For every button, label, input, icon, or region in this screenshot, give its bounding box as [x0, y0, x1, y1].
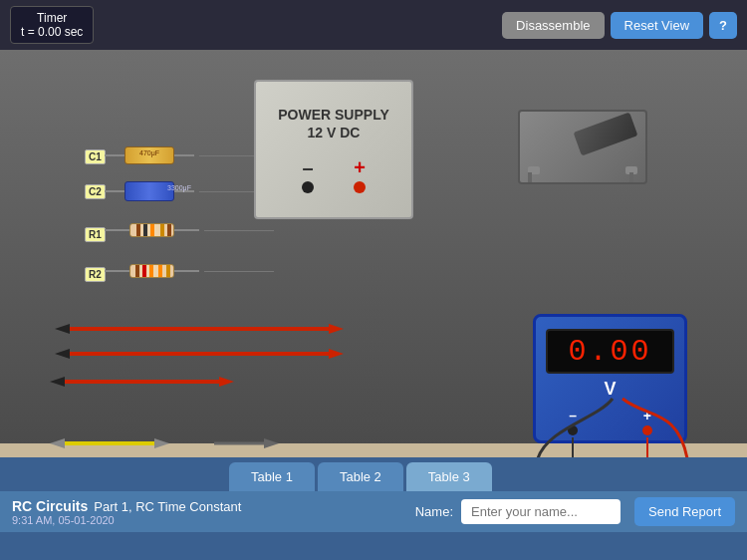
- help-button[interactable]: ?: [709, 12, 737, 39]
- switch-post-right: [629, 172, 633, 182]
- switch-post-left: [528, 172, 532, 182]
- power-supply: POWER SUPPLY 12 V DC – +: [254, 80, 413, 219]
- r1-component[interactable]: [105, 223, 274, 237]
- r2-wire: [204, 271, 274, 272]
- terminal-negative: –: [302, 156, 314, 193]
- lab-title: RC Circuits: [12, 498, 88, 514]
- tab-table1[interactable]: Table 1: [229, 462, 315, 491]
- info-bar: RC Circuits Part 1, RC Time Constant 9:3…: [0, 491, 747, 532]
- r2-lead-right: [174, 270, 199, 272]
- svg-marker-5: [329, 349, 344, 359]
- r1-body: [129, 223, 174, 237]
- power-supply-title: POWER SUPPLY 12 V DC: [278, 106, 389, 141]
- svg-marker-1: [55, 324, 70, 334]
- r2-body: [129, 264, 174, 278]
- lab-area: C1 C2 R1 R2 470μF 3300μF: [0, 50, 747, 458]
- info-left: RC Circuits Part 1, RC Time Constant 9:3…: [12, 498, 241, 526]
- bottom-area: Table 1 Table 2 Table 3 RC Circuits Part…: [0, 457, 747, 560]
- power-supply-terminals: – +: [302, 156, 366, 193]
- terminal-pos-dot: [354, 181, 366, 193]
- r1-lead-right: [174, 229, 199, 231]
- lab-subtitle: Part 1, RC Time Constant: [94, 499, 241, 514]
- svg-marker-7: [50, 377, 65, 387]
- switch-handle: [574, 112, 638, 155]
- reset-view-button[interactable]: Reset View: [611, 12, 704, 39]
- svg-marker-8: [219, 377, 234, 387]
- c1-lead-right: [174, 154, 194, 156]
- svg-marker-13: [264, 438, 279, 448]
- voltmeter-display: 0.00: [546, 329, 674, 374]
- r1-wire: [204, 230, 274, 231]
- lab-date: 9:31 AM, 05-01-2020: [12, 514, 241, 526]
- timer-label: Timer: [21, 11, 83, 25]
- top-bar: Timer t = 0.00 sec Disassemble Reset Vie…: [0, 0, 747, 50]
- c1-body: 470μF: [124, 146, 174, 164]
- tab-table3[interactable]: Table 3: [406, 462, 492, 491]
- c2-component[interactable]: 3300μF: [105, 181, 254, 201]
- r2-component[interactable]: [105, 264, 274, 278]
- send-report-button[interactable]: Send Report: [634, 497, 735, 526]
- c1-wire: [199, 155, 259, 156]
- voltmeter-wires: [518, 389, 697, 468]
- name-input[interactable]: [461, 499, 621, 524]
- r2-lead-left: [105, 270, 129, 272]
- r1-lead-left: [105, 229, 129, 231]
- c1-component[interactable]: 470μF: [105, 146, 259, 164]
- c1-lead-left: [105, 154, 124, 156]
- timer-value: t = 0.00 sec: [21, 25, 83, 39]
- r1-label: R1: [85, 227, 106, 242]
- tab-table2[interactable]: Table 2: [318, 462, 403, 491]
- r2-label: R2: [85, 267, 106, 282]
- c2-body: 3300μF: [124, 181, 174, 201]
- timer-box: Timer t = 0.00 sec: [10, 6, 94, 44]
- switch[interactable]: [518, 110, 647, 184]
- c2-label: C2: [85, 184, 106, 199]
- c1-label: C1: [85, 149, 106, 164]
- svg-marker-2: [329, 324, 344, 334]
- name-label: Name:: [415, 504, 453, 519]
- name-area: Name: Send Report: [415, 497, 735, 526]
- terminal-neg-dot: [302, 181, 314, 193]
- disassemble-button[interactable]: Disassemble: [502, 12, 604, 39]
- svg-marker-4: [55, 349, 70, 359]
- tabs-row: Table 1 Table 2 Table 3: [0, 457, 747, 491]
- svg-marker-11: [154, 438, 169, 448]
- svg-marker-10: [50, 438, 65, 448]
- top-right-buttons: Disassemble Reset View ?: [502, 12, 737, 39]
- terminal-positive: +: [354, 156, 366, 193]
